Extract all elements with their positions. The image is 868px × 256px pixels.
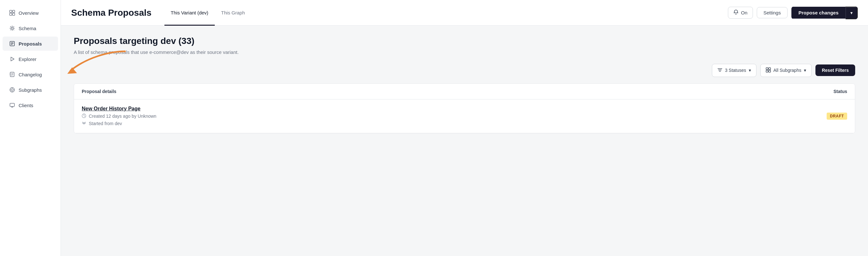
- status-badge: DRAFT: [827, 113, 847, 120]
- svg-rect-0: [10, 10, 12, 12]
- svg-marker-17: [11, 57, 14, 61]
- proposals-table: Proposal details Status New Order Histor…: [74, 83, 855, 134]
- svg-rect-34: [766, 68, 768, 69]
- statuses-filter-label: 3 Statuses: [725, 68, 746, 73]
- proposal-created-meta: Created 12 days ago by Unknown: [82, 114, 156, 119]
- bell-label: On: [741, 10, 747, 16]
- col-status: Status: [833, 89, 847, 94]
- tab-this-graph[interactable]: This Graph: [215, 0, 251, 26]
- svg-line-11: [13, 26, 14, 27]
- tab-this-variant[interactable]: This Variant (dev): [164, 0, 215, 26]
- svg-marker-33: [67, 67, 77, 74]
- bell-icon: [733, 10, 739, 16]
- reset-filters-button[interactable]: Reset Filters: [815, 64, 855, 76]
- sidebar-item-schema-label: Schema: [19, 26, 36, 31]
- filter-statuses-icon: [717, 67, 722, 74]
- sidebar-item-overview[interactable]: Overview: [3, 6, 58, 20]
- svg-rect-37: [769, 70, 771, 72]
- content-area: Proposals targeting dev (33) A list of s…: [61, 26, 868, 256]
- layers-icon: [82, 121, 86, 126]
- settings-label: Settings: [764, 10, 781, 16]
- svg-line-9: [10, 26, 11, 27]
- svg-line-12: [10, 29, 11, 30]
- chevron-down-subgraphs-icon: ▾: [804, 68, 806, 73]
- svg-line-10: [13, 29, 14, 30]
- proposal-started-text: Started from dev: [89, 121, 122, 126]
- col-proposal-details: Proposal details: [82, 89, 116, 94]
- header-actions: On Settings Propose changes ▾: [728, 6, 858, 19]
- svg-rect-35: [769, 68, 771, 69]
- sidebar-item-clients-label: Clients: [19, 103, 33, 108]
- svg-point-4: [11, 27, 13, 29]
- settings-button[interactable]: Settings: [757, 7, 787, 18]
- subgraphs-filter-button[interactable]: All Subgraphs ▾: [760, 64, 812, 77]
- propose-changes-button-group: Propose changes ▾: [792, 6, 858, 19]
- content-header: Proposals targeting dev (33) A list of s…: [74, 36, 855, 56]
- svg-rect-1: [12, 10, 15, 12]
- propose-changes-dropdown-button[interactable]: ▾: [845, 6, 858, 19]
- arrow-decoration: [61, 45, 131, 77]
- proposal-started-meta: Started from dev: [82, 121, 156, 126]
- sidebar-item-explorer[interactable]: Explorer: [3, 52, 58, 66]
- chevron-down-statuses-icon: ▾: [749, 68, 751, 73]
- sidebar: Overview Schema: [0, 0, 61, 256]
- proposal-details: New Order History Page Created 12 days a…: [82, 106, 156, 126]
- sidebar-item-subgraphs[interactable]: Subgraphs: [3, 83, 58, 97]
- svg-rect-2: [10, 13, 12, 16]
- schema-icon: [9, 25, 16, 31]
- proposal-name-link[interactable]: New Order History Page: [82, 106, 156, 112]
- propose-changes-main-button[interactable]: Propose changes: [792, 7, 845, 19]
- svg-rect-30: [10, 103, 14, 107]
- subgraphs-filter-icon: [766, 67, 771, 74]
- subgraphs-filter-label: All Subgraphs: [773, 68, 801, 73]
- sidebar-item-overview-label: Overview: [19, 10, 39, 16]
- clock-icon: [82, 114, 86, 119]
- svg-rect-3: [12, 13, 15, 16]
- proposal-created-text: Created 12 days ago by Unknown: [89, 114, 156, 119]
- sidebar-item-changelog[interactable]: Changelog: [3, 67, 58, 82]
- notifications-button[interactable]: On: [728, 7, 753, 19]
- header-tabs: This Variant (dev) This Graph: [164, 0, 251, 25]
- svg-point-25: [11, 89, 13, 91]
- svg-rect-36: [766, 70, 768, 72]
- statuses-filter-button[interactable]: 3 Statuses ▾: [712, 64, 756, 77]
- sidebar-item-schema[interactable]: Schema: [3, 21, 58, 35]
- subgraphs-icon: [9, 87, 16, 93]
- clients-icon: [9, 102, 16, 108]
- sidebar-item-changelog-label: Changelog: [19, 72, 42, 77]
- changelog-icon: [9, 71, 16, 78]
- chevron-down-icon: ▾: [850, 10, 852, 16]
- table-header-row: Proposal details Status: [74, 84, 855, 99]
- proposals-icon: [9, 40, 16, 47]
- table-row: New Order History Page Created 12 days a…: [74, 99, 855, 133]
- overview-icon: [9, 10, 16, 16]
- page-header: Schema Proposals This Variant (dev) This…: [61, 0, 868, 26]
- main-content: Schema Proposals This Variant (dev) This…: [61, 0, 868, 256]
- page-title: Schema Proposals: [71, 8, 152, 18]
- sidebar-item-proposals[interactable]: Proposals: [3, 36, 58, 51]
- sidebar-item-clients[interactable]: Clients: [3, 98, 58, 112]
- content-title: Proposals targeting dev (33): [74, 36, 855, 46]
- sidebar-item-subgraphs-label: Subgraphs: [19, 87, 42, 93]
- sidebar-item-proposals-label: Proposals: [19, 41, 42, 47]
- explorer-icon: [9, 56, 16, 62]
- filters-row: 3 Statuses ▾ All Subgraphs ▾ Reset Filte…: [74, 64, 855, 77]
- sidebar-item-explorer-label: Explorer: [19, 56, 36, 62]
